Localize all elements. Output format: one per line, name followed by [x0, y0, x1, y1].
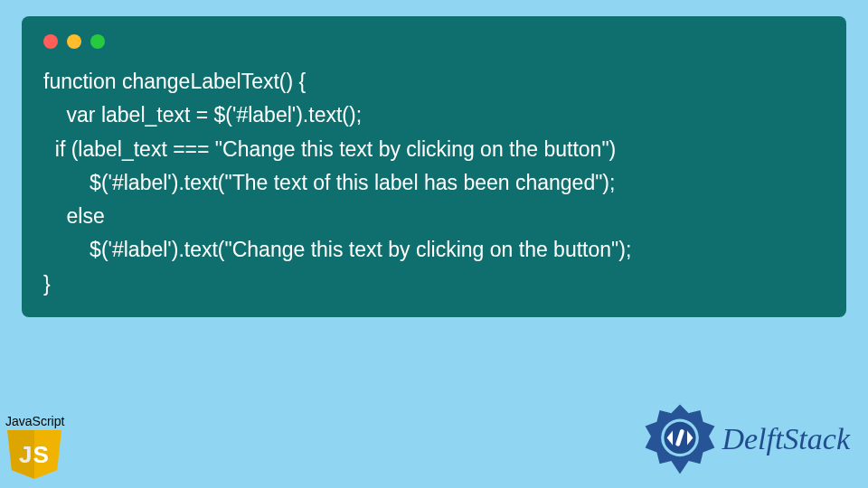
code-block: function changeLabelText() { var label_t…: [38, 65, 830, 301]
close-dot-icon[interactable]: [43, 34, 58, 49]
minimize-dot-icon[interactable]: [67, 34, 81, 49]
delftstack-brand: DelftStack: [644, 403, 850, 475]
javascript-shield-icon: JS: [7, 430, 61, 479]
code-line: var label_text = $('#label').text();: [43, 103, 362, 127]
window-titlebar: [38, 29, 830, 49]
code-line: else: [43, 204, 105, 228]
javascript-badge: JavaScript JS: [4, 414, 76, 479]
code-line: }: [43, 272, 51, 296]
maximize-dot-icon[interactable]: [90, 34, 105, 49]
code-line: if (label_text === "Change this text by …: [43, 137, 616, 161]
code-line: function changeLabelText() {: [43, 70, 306, 93]
code-line: $('#label').text("The text of this label…: [43, 171, 615, 194]
code-line: $('#label').text("Change this text by cl…: [43, 238, 631, 261]
javascript-label: JavaScript: [4, 414, 76, 428]
code-panel: function changeLabelText() { var label_t…: [22, 16, 846, 317]
delftstack-logo-icon: [644, 403, 716, 475]
javascript-shield-text: JS: [19, 441, 50, 469]
delftstack-brand-text: DelftStack: [722, 422, 850, 456]
